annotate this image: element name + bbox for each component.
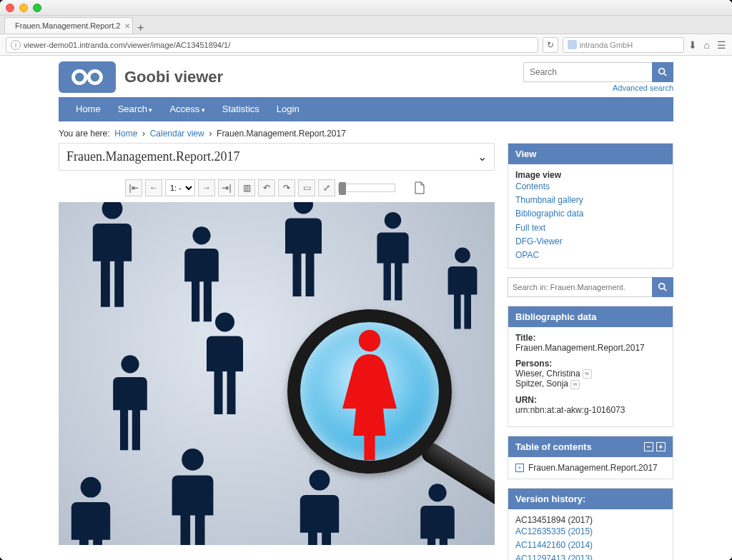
expand-all-button[interactable]: + (656, 442, 666, 451)
main-nav: Home Search Access Statistics Login (59, 97, 673, 121)
image-viewport[interactable] (59, 202, 495, 545)
person-icon (295, 466, 345, 545)
download-icon[interactable]: ⬇ (688, 39, 697, 51)
expand-icon[interactable]: + (515, 464, 524, 472)
person-icon (166, 445, 219, 545)
search-engine-icon (568, 40, 577, 49)
document-title-box: Frauen.Management.Report.2017 ⌄ (59, 143, 495, 171)
view-link[interactable]: Thumbnail gallery (515, 194, 666, 207)
svg-point-16 (659, 284, 665, 289)
first-page-button[interactable]: |⇤ (125, 179, 142, 196)
person-icon (202, 309, 248, 416)
window-titlebar (0, 0, 732, 16)
zoom-slider[interactable] (338, 184, 395, 192)
svg-point-1 (89, 71, 101, 83)
nav-statistics[interactable]: Statistics (214, 97, 268, 121)
bib-urn-value: urn:nbn:at:at-akw:g-1016073 (515, 405, 666, 415)
version-link[interactable]: AC11297413 (2013) (515, 552, 666, 560)
version-link[interactable]: AC12635335 (2015) (515, 525, 666, 539)
nav-login[interactable]: Login (268, 97, 308, 121)
svg-point-2 (659, 69, 665, 74)
view-link[interactable]: Full text (515, 221, 666, 235)
chevron-down-icon[interactable]: ⌄ (478, 150, 487, 164)
collapse-all-button[interactable]: − (644, 442, 653, 451)
bib-persons-label: Persons: (515, 359, 666, 369)
breadcrumb: You are here: Home › Calendar view › Fra… (59, 121, 673, 143)
svg-point-0 (74, 71, 86, 83)
wiki-icon[interactable]: w (570, 380, 580, 389)
maximize-icon[interactable] (33, 4, 41, 12)
fullscreen-button[interactable]: ⤢ (318, 179, 335, 196)
pdf-icon (414, 181, 425, 194)
bib-title-label: Title: (515, 333, 666, 343)
rotate-left-button[interactable]: ↶ (258, 179, 275, 196)
sidebar-search-input[interactable] (508, 277, 652, 297)
logo-icon (59, 61, 116, 93)
home-icon[interactable]: ⌂ (704, 39, 710, 51)
svg-point-10 (215, 313, 234, 332)
bib-title-value: Frauen.Management.Report.2017 (515, 343, 666, 353)
search-input[interactable] (523, 62, 652, 82)
view-link[interactable]: Contents (515, 180, 666, 194)
reload-button[interactable]: ↻ (543, 37, 558, 53)
person-icon (445, 245, 480, 331)
pdf-button[interactable] (411, 179, 428, 196)
person-icon (66, 474, 116, 545)
document-title: Frauen.Management.Report.2017 (66, 149, 239, 164)
crumb-home[interactable]: Home (114, 129, 137, 139)
person-icon (373, 209, 412, 302)
prev-page-button[interactable]: ← (145, 179, 162, 196)
svg-point-15 (359, 330, 380, 351)
next-page-button[interactable]: → (198, 179, 215, 196)
svg-point-13 (310, 470, 330, 491)
toc-controls: − + (644, 442, 666, 451)
page-select[interactable]: 1: - (165, 179, 195, 196)
version-current: AC13451894 (2017) (515, 515, 666, 525)
viewer-toolbar: |⇤ ← 1: - → ⇥| ▥ ↶ ↷ ▭ ⤢ (59, 176, 495, 202)
version-link[interactable]: AC11442160 (2014) (515, 539, 666, 552)
rotate-right-button[interactable]: ↷ (278, 179, 295, 196)
close-icon[interactable] (6, 4, 14, 12)
view-current: Image view (515, 170, 561, 180)
url-field[interactable]: i viewer-demo01.intranda.com/viewer/imag… (6, 37, 538, 53)
view-link[interactable]: OPAC (515, 249, 666, 262)
crumb-calendar[interactable]: Calendar view (150, 129, 204, 139)
view-link[interactable]: Bibliographic data (515, 207, 666, 221)
toc-item[interactable]: + Frauen.Management.Report.2017 (515, 463, 666, 473)
view-link[interactable]: DFG-Viewer (515, 235, 666, 249)
person-icon (180, 224, 223, 324)
advanced-search-link[interactable]: Advanced search (613, 84, 673, 92)
site-header: Goobi viewer Advanced search (59, 56, 673, 97)
nav-search[interactable]: Search (109, 97, 162, 122)
address-bar: i viewer-demo01.intranda.com/viewer/imag… (0, 34, 732, 56)
sidebar-search-button[interactable] (652, 277, 673, 297)
info-icon[interactable]: i (11, 40, 21, 50)
person-icon (87, 202, 137, 309)
last-page-button[interactable]: ⇥| (218, 179, 235, 196)
search-button[interactable] (652, 62, 673, 82)
view-panel: View Image view Contents Thumbnail galle… (508, 143, 673, 269)
header-search: Advanced search (523, 62, 673, 92)
woman-icon (334, 327, 405, 463)
nav-home[interactable]: Home (67, 97, 109, 121)
wiki-icon[interactable]: w (583, 369, 592, 379)
tab-title: Frauen.Management.Report.2 (15, 21, 120, 30)
nav-access[interactable]: Access (161, 97, 213, 122)
browser-search-placeholder: intranda GmbH (580, 41, 633, 49)
new-tab-button[interactable]: + (137, 22, 144, 34)
person-icon (109, 352, 152, 452)
reset-button[interactable]: ▭ (298, 179, 315, 196)
bibliographic-panel: Bibliographic data Title: Frauen.Managem… (508, 306, 673, 427)
tab-close-icon[interactable]: ✕ (124, 22, 130, 30)
two-page-button[interactable]: ▥ (238, 179, 255, 196)
brand[interactable]: Goobi viewer (59, 61, 223, 93)
search-icon (658, 282, 668, 292)
bib-person: Spitzer, Sonjaw (515, 379, 666, 389)
browser-search-field[interactable]: intranda GmbH (563, 37, 684, 53)
minimize-icon[interactable] (19, 4, 28, 12)
panel-header: View (508, 144, 673, 164)
browser-tab[interactable]: Frauen.Management.Report.2 ✕ (4, 17, 133, 34)
menu-icon[interactable]: ☰ (717, 39, 726, 51)
sidebar: View Image view Contents Thumbnail galle… (508, 143, 673, 560)
bib-person: Wieser, Christinaw (515, 369, 666, 379)
